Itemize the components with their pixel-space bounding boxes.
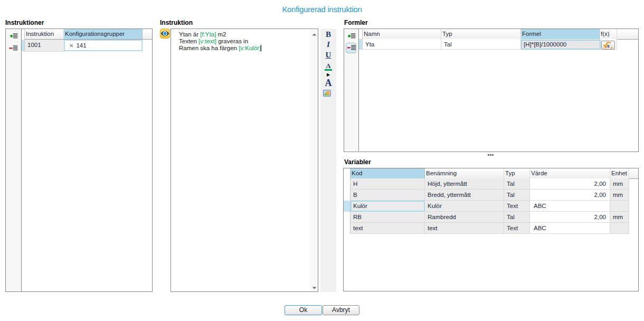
svg-text:x: x bbox=[607, 42, 610, 49]
